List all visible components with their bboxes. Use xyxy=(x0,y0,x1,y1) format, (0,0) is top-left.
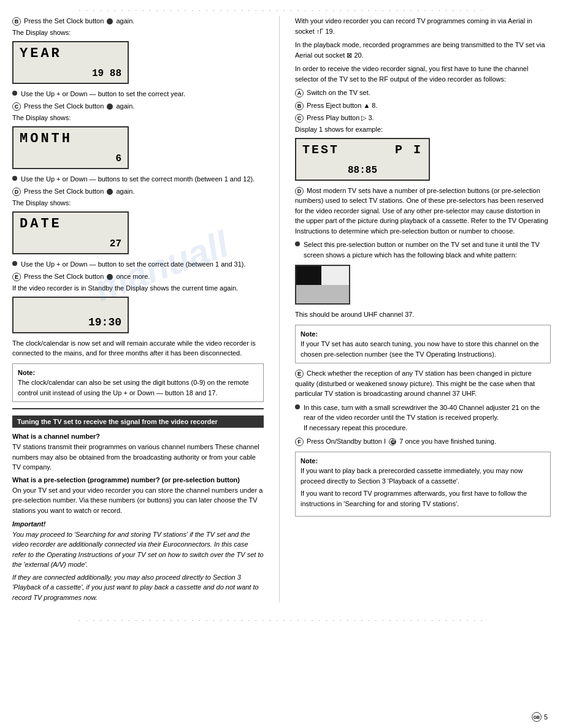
step-c-right: C Press Play button ▷ 3. xyxy=(295,113,551,123)
step-d-label: D Press the Set Clock button again. xyxy=(12,186,264,197)
step-b-right-circle: B xyxy=(295,102,304,110)
bullet-date: Use the Up + or Down — button to set the… xyxy=(12,259,264,270)
page-number: 5 xyxy=(544,713,548,721)
display-date-top: DATE xyxy=(20,216,121,232)
display-clock-time: 19:30 xyxy=(88,316,121,328)
display-clock: 19:30 xyxy=(12,297,129,333)
display-test: TEST P I 88:85 xyxy=(295,138,430,181)
bullet-dot-month xyxy=(12,176,17,181)
step-e-right: E Check whether the reception of any TV … xyxy=(295,368,551,399)
bullet-dot-screwdriver xyxy=(295,404,300,409)
page-footer: GB 5 xyxy=(532,712,548,722)
step-a-right: A Switch on the TV set. xyxy=(295,88,551,98)
note-title-playback: Note: xyxy=(301,456,545,466)
preselection-text: On your TV set and your video recorder y… xyxy=(12,485,264,516)
step-c-right-line2: Display 1 shows for example: xyxy=(295,126,551,133)
display-year-top: YEAR xyxy=(20,46,121,61)
important-text1: You may proceed to 'Searching for and st… xyxy=(12,529,264,570)
step-b-right: B Press Eject button ▲ 8. xyxy=(295,100,551,111)
bullet-select: Select this pre-selection button or numb… xyxy=(295,240,551,260)
left-column: B Press the Set Clock button again. The … xyxy=(12,16,264,602)
display-month: MONTH 6 xyxy=(12,126,129,169)
tv-pattern-inner xyxy=(296,266,349,303)
step-d-circle: D xyxy=(12,188,21,196)
display-test-left: TEST xyxy=(302,143,339,157)
bullet-year: Use the Up + or Down — button to set the… xyxy=(12,89,264,99)
display-test-right: P I xyxy=(395,143,423,157)
note-box-auto-search: Note: If your TV set has auto search tun… xyxy=(295,325,551,364)
tv-black-square xyxy=(296,266,324,287)
note-text-playback1: If you want to play back a prerecorded c… xyxy=(301,466,545,486)
bottom-dashes: - - - - - - - - - - - - - - - - - - - - … xyxy=(0,615,563,624)
channel-title: What is a channel number? xyxy=(12,433,264,440)
display-month-bottom: 6 xyxy=(20,153,121,164)
step-f-right-circle: F xyxy=(295,438,304,446)
section-divider xyxy=(12,408,264,409)
display-year-bottom: 19 88 xyxy=(20,68,121,79)
tv-white-square xyxy=(321,266,349,287)
clock-icon-b xyxy=(107,18,113,25)
bullet-dot-date xyxy=(12,261,17,266)
important-text2: If they are connected additionally, you … xyxy=(12,572,264,603)
step-d-line2: The Display shows: xyxy=(12,199,264,207)
step-e-line2: If the video recorder is in Standby the … xyxy=(12,284,264,292)
tv-gray-square xyxy=(296,285,350,303)
step-e-right-circle: E xyxy=(295,370,304,378)
step-c-label: C Press the Set Clock button again. xyxy=(12,101,264,112)
step-c-right-circle: C xyxy=(295,114,304,123)
note-text-auto-search: If your TV set has auto search tuning, y… xyxy=(301,339,545,359)
display-year: YEAR 19 88 xyxy=(12,41,129,84)
bullet-dot-select xyxy=(295,241,300,246)
right-intro2: In the playback mode, recorded programme… xyxy=(295,40,551,60)
step-e-circle: E xyxy=(12,273,21,281)
gb-circle: GB xyxy=(532,712,542,722)
note-title-digits: Note: xyxy=(18,368,258,378)
bullet-month: Use the Up + or Down — buttons to set th… xyxy=(12,174,264,184)
step-b-line2: The Display shows: xyxy=(12,29,264,36)
step-b-circle: B xyxy=(12,17,21,26)
note-text-playback2: If you want to record TV programmes afte… xyxy=(301,488,545,509)
note-box-playback: Note: If you want to play back a prereco… xyxy=(295,452,551,517)
power-icon: ⏻ xyxy=(389,438,396,446)
note-title-auto-search: Note: xyxy=(301,329,545,339)
step-b-label: B Press the Set Clock button again. xyxy=(12,16,264,26)
vertical-divider xyxy=(279,16,280,602)
step-c-circle: C xyxy=(12,102,21,111)
tuning-section-header: Tuning the TV set to receive the signal … xyxy=(12,415,264,428)
step-d-right-circle: D xyxy=(295,187,304,195)
note-text-digits: The clock/calendar can also be set using… xyxy=(18,377,258,398)
tv-pattern-image xyxy=(295,265,350,305)
important-title: Important! xyxy=(12,519,264,529)
clock-icon-c xyxy=(107,104,113,110)
bullet-screwdriver: In this case, turn with a small screwdri… xyxy=(295,403,551,433)
clock-icon-e xyxy=(107,274,113,280)
display-test-bottom: 88:85 xyxy=(302,165,423,176)
channel-37-note: This should be around UHF channel 37. xyxy=(295,309,551,320)
display-test-top: TEST P I xyxy=(302,143,423,157)
step-f-right: F Press On/Standby button I ⏻ 7 once you… xyxy=(295,436,551,447)
top-dashes: - - - - - - - - - - - - - - - - - - - - … xyxy=(0,6,563,16)
step-d-right: D Most modern TV sets have a number of p… xyxy=(295,186,551,237)
step-a-right-circle: A xyxy=(295,89,304,97)
preselection-title: What is a pre-selection (programme) numb… xyxy=(12,476,264,483)
step-c-line2: The Display shows: xyxy=(12,114,264,121)
right-column: With your video recorder you can record … xyxy=(295,16,551,602)
display-date: DATE 27 xyxy=(12,211,129,254)
bullet-dot-year xyxy=(12,91,17,96)
right-intro1: With your video recorder you can record … xyxy=(295,16,551,36)
channel-text: TV stations transmit their programmes on… xyxy=(12,442,264,472)
right-para1: In order to receive the video recorder s… xyxy=(295,64,551,84)
step-e-label: E Press the Set Clock button once more. xyxy=(12,271,264,282)
display-month-top: MONTH xyxy=(20,131,121,146)
note-box-digits: Note: The clock/calendar can also be set… xyxy=(12,363,264,403)
clock-icon-d xyxy=(107,189,113,195)
clock-note: The clock/calendar is now set and will r… xyxy=(12,338,264,358)
display-date-bottom: 27 xyxy=(20,238,121,249)
